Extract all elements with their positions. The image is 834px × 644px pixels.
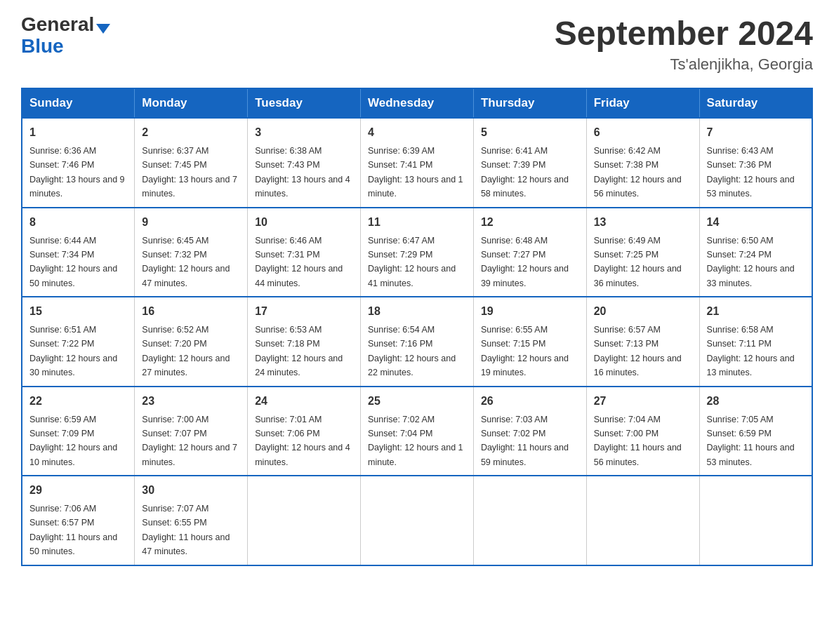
day-info: Sunrise: 7:04 AMSunset: 7:00 PMDaylight:…	[594, 415, 682, 467]
day-info: Sunrise: 6:50 AMSunset: 7:24 PMDaylight:…	[707, 236, 795, 288]
logo-triangle-icon	[96, 24, 110, 34]
day-number: 12	[481, 214, 579, 231]
day-info: Sunrise: 6:38 AMSunset: 7:43 PMDaylight:…	[255, 146, 350, 199]
calendar-cell: 7Sunrise: 6:43 AMSunset: 7:36 PMDaylight…	[699, 118, 812, 208]
day-info: Sunrise: 6:55 AMSunset: 7:15 PMDaylight:…	[481, 325, 569, 377]
day-info: Sunrise: 6:37 AMSunset: 7:45 PMDaylight:…	[142, 146, 237, 199]
day-info: Sunrise: 6:41 AMSunset: 7:39 PMDaylight:…	[481, 146, 569, 199]
calendar-cell: 24Sunrise: 7:01 AMSunset: 7:06 PMDayligh…	[248, 387, 361, 476]
day-info: Sunrise: 6:39 AMSunset: 7:41 PMDaylight:…	[368, 146, 463, 199]
calendar-cell	[586, 476, 699, 565]
col-header-thursday: Thursday	[473, 88, 586, 118]
calendar-cell	[699, 476, 812, 565]
day-info: Sunrise: 6:58 AMSunset: 7:11 PMDaylight:…	[707, 325, 795, 377]
day-number: 26	[481, 393, 579, 410]
day-number: 20	[594, 303, 692, 320]
day-number: 17	[255, 303, 353, 320]
calendar-cell	[473, 476, 586, 565]
calendar-week-row: 8Sunrise: 6:44 AMSunset: 7:34 PMDaylight…	[22, 208, 812, 297]
calendar-cell: 2Sunrise: 6:37 AMSunset: 7:45 PMDaylight…	[135, 118, 248, 208]
calendar-cell: 1Sunrise: 6:36 AMSunset: 7:46 PMDaylight…	[22, 118, 135, 208]
page-header: General Blue September 2024 Ts'alenjikha…	[21, 14, 813, 74]
logo-general-text: General	[21, 13, 94, 35]
calendar-cell: 29Sunrise: 7:06 AMSunset: 6:57 PMDayligh…	[22, 476, 135, 565]
calendar-header-row: SundayMondayTuesdayWednesdayThursdayFrid…	[22, 88, 812, 118]
day-number: 16	[142, 303, 240, 320]
day-number: 7	[707, 124, 805, 141]
day-info: Sunrise: 6:51 AMSunset: 7:22 PMDaylight:…	[29, 325, 117, 377]
day-number: 3	[255, 124, 353, 141]
day-info: Sunrise: 7:02 AMSunset: 7:04 PMDaylight:…	[368, 415, 463, 467]
calendar-cell	[361, 476, 474, 565]
day-info: Sunrise: 7:01 AMSunset: 7:06 PMDaylight:…	[255, 415, 350, 467]
day-info: Sunrise: 6:47 AMSunset: 7:29 PMDaylight:…	[368, 236, 456, 288]
day-number: 10	[255, 214, 353, 231]
day-info: Sunrise: 6:49 AMSunset: 7:25 PMDaylight:…	[594, 236, 682, 288]
calendar-cell: 26Sunrise: 7:03 AMSunset: 7:02 PMDayligh…	[473, 387, 586, 476]
calendar-cell: 15Sunrise: 6:51 AMSunset: 7:22 PMDayligh…	[22, 297, 135, 387]
calendar-week-row: 1Sunrise: 6:36 AMSunset: 7:46 PMDaylight…	[22, 118, 812, 208]
day-number: 1	[29, 124, 127, 141]
calendar-cell: 22Sunrise: 6:59 AMSunset: 7:09 PMDayligh…	[22, 387, 135, 476]
calendar-cell: 18Sunrise: 6:54 AMSunset: 7:16 PMDayligh…	[361, 297, 474, 387]
day-number: 30	[142, 482, 240, 499]
calendar-cell: 20Sunrise: 6:57 AMSunset: 7:13 PMDayligh…	[586, 297, 699, 387]
day-info: Sunrise: 7:06 AMSunset: 6:57 PMDaylight:…	[29, 504, 117, 556]
calendar-cell: 11Sunrise: 6:47 AMSunset: 7:29 PMDayligh…	[361, 208, 474, 297]
calendar-cell: 8Sunrise: 6:44 AMSunset: 7:34 PMDaylight…	[22, 208, 135, 297]
title-area: September 2024 Ts'alenjikha, Georgia	[555, 14, 813, 74]
day-info: Sunrise: 6:52 AMSunset: 7:20 PMDaylight:…	[142, 325, 230, 377]
day-number: 9	[142, 214, 240, 231]
calendar-subtitle: Ts'alenjikha, Georgia	[555, 55, 813, 74]
calendar-title: September 2024	[555, 14, 813, 53]
calendar-table: SundayMondayTuesdayWednesdayThursdayFrid…	[21, 88, 813, 566]
day-number: 11	[368, 214, 466, 231]
logo: General Blue	[21, 14, 110, 58]
calendar-cell: 30Sunrise: 7:07 AMSunset: 6:55 PMDayligh…	[135, 476, 248, 565]
col-header-sunday: Sunday	[22, 88, 135, 118]
calendar-week-row: 22Sunrise: 6:59 AMSunset: 7:09 PMDayligh…	[22, 387, 812, 476]
calendar-cell	[248, 476, 361, 565]
day-info: Sunrise: 6:45 AMSunset: 7:32 PMDaylight:…	[142, 236, 230, 288]
logo-blue-text: Blue	[21, 35, 64, 57]
day-number: 13	[594, 214, 692, 231]
day-info: Sunrise: 7:07 AMSunset: 6:55 PMDaylight:…	[142, 504, 230, 556]
calendar-cell: 23Sunrise: 7:00 AMSunset: 7:07 PMDayligh…	[135, 387, 248, 476]
day-info: Sunrise: 6:42 AMSunset: 7:38 PMDaylight:…	[594, 146, 682, 199]
calendar-cell: 5Sunrise: 6:41 AMSunset: 7:39 PMDaylight…	[473, 118, 586, 208]
calendar-cell: 12Sunrise: 6:48 AMSunset: 7:27 PMDayligh…	[473, 208, 586, 297]
day-number: 28	[707, 393, 805, 410]
day-number: 18	[368, 303, 466, 320]
calendar-cell: 9Sunrise: 6:45 AMSunset: 7:32 PMDaylight…	[135, 208, 248, 297]
day-number: 25	[368, 393, 466, 410]
day-number: 24	[255, 393, 353, 410]
calendar-cell: 19Sunrise: 6:55 AMSunset: 7:15 PMDayligh…	[473, 297, 586, 387]
day-number: 2	[142, 124, 240, 141]
calendar-cell: 27Sunrise: 7:04 AMSunset: 7:00 PMDayligh…	[586, 387, 699, 476]
calendar-cell: 13Sunrise: 6:49 AMSunset: 7:25 PMDayligh…	[586, 208, 699, 297]
col-header-saturday: Saturday	[699, 88, 812, 118]
col-header-friday: Friday	[586, 88, 699, 118]
day-info: Sunrise: 6:54 AMSunset: 7:16 PMDaylight:…	[368, 325, 456, 377]
calendar-cell: 17Sunrise: 6:53 AMSunset: 7:18 PMDayligh…	[248, 297, 361, 387]
calendar-cell: 3Sunrise: 6:38 AMSunset: 7:43 PMDaylight…	[248, 118, 361, 208]
day-info: Sunrise: 6:46 AMSunset: 7:31 PMDaylight:…	[255, 236, 343, 288]
calendar-cell: 28Sunrise: 7:05 AMSunset: 6:59 PMDayligh…	[699, 387, 812, 476]
day-info: Sunrise: 6:53 AMSunset: 7:18 PMDaylight:…	[255, 325, 343, 377]
day-number: 8	[29, 214, 127, 231]
calendar-cell: 4Sunrise: 6:39 AMSunset: 7:41 PMDaylight…	[361, 118, 474, 208]
col-header-monday: Monday	[135, 88, 248, 118]
day-number: 14	[707, 214, 805, 231]
day-info: Sunrise: 6:57 AMSunset: 7:13 PMDaylight:…	[594, 325, 682, 377]
day-number: 21	[707, 303, 805, 320]
day-number: 19	[481, 303, 579, 320]
day-number: 27	[594, 393, 692, 410]
day-number: 22	[29, 393, 127, 410]
calendar-cell: 10Sunrise: 6:46 AMSunset: 7:31 PMDayligh…	[248, 208, 361, 297]
col-header-wednesday: Wednesday	[361, 88, 474, 118]
day-info: Sunrise: 7:00 AMSunset: 7:07 PMDaylight:…	[142, 415, 237, 467]
day-number: 4	[368, 124, 466, 141]
calendar-cell: 14Sunrise: 6:50 AMSunset: 7:24 PMDayligh…	[699, 208, 812, 297]
day-info: Sunrise: 6:59 AMSunset: 7:09 PMDaylight:…	[29, 415, 117, 467]
day-info: Sunrise: 7:03 AMSunset: 7:02 PMDaylight:…	[481, 415, 569, 467]
